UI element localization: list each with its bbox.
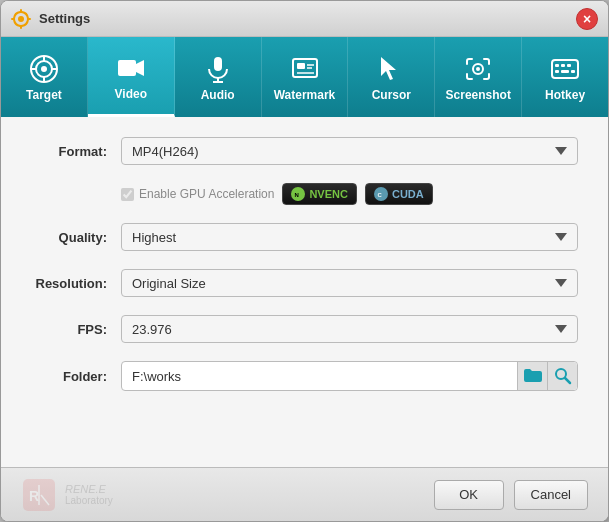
svg-text:C: C [377,192,382,198]
cancel-button[interactable]: Cancel [514,480,588,510]
svg-rect-13 [297,63,305,69]
title-bar: Settings × [1,1,608,37]
svg-rect-25 [561,70,569,73]
svg-marker-8 [136,60,144,76]
tab-target[interactable]: Target [1,37,88,117]
folder-control [121,361,578,391]
fps-control: 23.976 24 25 29.97 30 60 [121,315,578,343]
svg-rect-23 [567,64,571,67]
nvenc-logo-icon: N [291,187,305,201]
nvenc-label: NVENC [309,188,348,200]
fps-dropdown[interactable]: 23.976 24 25 29.97 30 60 [121,315,578,343]
hotkey-icon [550,54,580,84]
folder-input-wrap [121,361,578,391]
folder-label: Folder: [31,369,121,384]
resolution-row: Resolution: Original Size 1920x1080 1280… [31,269,578,297]
ok-button[interactable]: OK [434,480,504,510]
window-title: Settings [39,11,576,26]
svg-rect-22 [561,64,565,67]
target-icon [29,54,59,84]
cursor-icon [376,54,406,84]
video-icon [116,53,146,83]
svg-rect-7 [118,60,136,76]
tab-hotkey[interactable]: Hotkey [522,37,608,117]
rene-logo-icon: R [21,477,57,513]
tab-screenshot[interactable]: Screenshot [435,37,522,117]
audio-icon [203,54,233,84]
svg-point-19 [476,67,480,71]
tab-cursor-label: Cursor [372,88,411,102]
tab-video[interactable]: Video [88,37,175,117]
folder-row: Folder: [31,361,578,391]
resolution-label: Resolution: [31,276,121,291]
resolution-dropdown[interactable]: Original Size 1920x1080 1280x720 854x480 [121,269,578,297]
folder-browse-button[interactable] [517,362,547,390]
svg-text:N: N [295,192,299,198]
folder-search-button[interactable] [547,362,577,390]
quality-row: Quality: Highest High Medium Low [31,223,578,251]
svg-marker-17 [381,57,396,80]
quality-dropdown[interactable]: Highest High Medium Low [121,223,578,251]
svg-text:R: R [29,488,39,504]
watermark-line1: RENE.E [65,483,113,495]
svg-rect-9 [214,57,222,71]
watermark-icon [290,54,320,84]
settings-icon [11,9,31,29]
svg-rect-21 [555,64,559,67]
bottom-bar: R RENE.E Laboratory OK Cancel [1,467,608,521]
format-row: Format: MP4(H264) MP4(H265) AVI MOV GIF [31,137,578,165]
folder-input[interactable] [122,362,517,390]
gpu-checkbox[interactable] [121,188,134,201]
tab-watermark-label: Watermark [274,88,336,102]
tab-target-label: Target [26,88,62,102]
watermark-logo: R RENE.E Laboratory [21,477,424,513]
search-icon [554,367,572,385]
resolution-control: Original Size 1920x1080 1280x720 854x480 [121,269,578,297]
tab-video-label: Video [115,87,147,101]
screenshot-icon [463,54,493,84]
fps-label: FPS: [31,322,121,337]
svg-point-2 [41,66,47,72]
svg-rect-26 [571,70,575,73]
settings-window: Settings × Target Video [0,0,609,522]
gpu-checkbox-group: Enable GPU Acceleration [121,187,274,201]
tab-watermark[interactable]: Watermark [262,37,349,117]
svg-line-32 [565,378,570,383]
watermark-text: RENE.E Laboratory [65,483,113,506]
format-dropdown[interactable]: MP4(H264) MP4(H265) AVI MOV GIF [121,137,578,165]
format-label: Format: [31,144,121,159]
cuda-logo-icon: C [374,187,388,201]
gpu-row: Enable GPU Acceleration N NVENC C CUDA [121,183,578,205]
tab-audio[interactable]: Audio [175,37,262,117]
fps-row: FPS: 23.976 24 25 29.97 30 60 [31,315,578,343]
tab-bar: Target Video Audio [1,37,608,117]
quality-control: Highest High Medium Low [121,223,578,251]
nvenc-button[interactable]: N NVENC [282,183,357,205]
format-control: MP4(H264) MP4(H265) AVI MOV GIF [121,137,578,165]
watermark-line2: Laboratory [65,495,113,506]
close-button[interactable]: × [576,8,598,30]
content-area: Format: MP4(H264) MP4(H265) AVI MOV GIF … [1,117,608,467]
tab-hotkey-label: Hotkey [545,88,585,102]
tab-screenshot-label: Screenshot [446,88,511,102]
gpu-label: Enable GPU Acceleration [139,187,274,201]
svg-rect-24 [555,70,559,73]
tab-cursor[interactable]: Cursor [348,37,435,117]
tab-audio-label: Audio [201,88,235,102]
cuda-button[interactable]: C CUDA [365,183,433,205]
cuda-label: CUDA [392,188,424,200]
quality-label: Quality: [31,230,121,245]
svg-rect-20 [552,60,578,78]
folder-icon [524,368,542,384]
